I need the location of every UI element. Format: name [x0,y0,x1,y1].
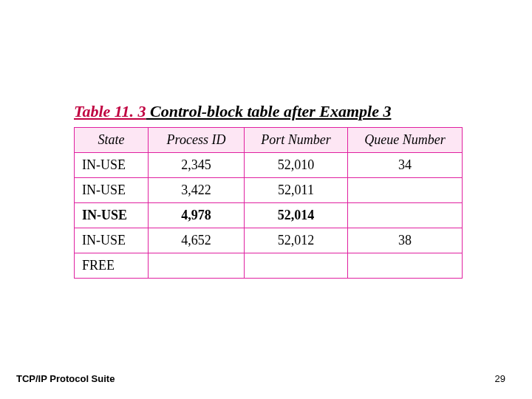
cell-state: IN-USE [75,153,149,178]
cell-port: 52,010 [245,153,348,178]
page-number: 29 [495,373,505,384]
table-row: FREE [75,253,463,279]
cell-port: 52,014 [245,203,348,228]
cell-queue: 38 [348,228,463,253]
col-pid: Process ID [149,128,245,153]
table-body: IN-USE 2,345 52,010 34 IN-USE 3,422 52,0… [75,153,463,279]
control-block-table-wrap: State Process ID Port Number Queue Numbe… [74,127,462,279]
slide: Table 11. 3 Control-block table after Ex… [0,0,532,399]
table-row: IN-USE 3,422 52,011 [75,178,463,203]
cell-state: IN-USE [75,228,149,253]
table-row: IN-USE 4,652 52,012 38 [75,228,463,253]
cell-state: FREE [75,253,149,279]
cell-port: 52,011 [245,178,348,203]
cell-pid [149,253,245,279]
cell-state: IN-USE [75,178,149,203]
cell-pid: 2,345 [149,153,245,178]
cell-queue [348,178,463,203]
table-ref: Table 11. 3 [74,102,146,120]
col-state: State [75,128,149,153]
cell-queue [348,253,463,279]
table-row: IN-USE 4,978 52,014 [75,203,463,228]
cell-port: 52,012 [245,228,348,253]
cell-pid: 4,978 [149,203,245,228]
cell-queue: 34 [348,153,463,178]
col-queue: Queue Number [348,128,463,153]
cell-port [245,253,348,279]
cell-pid: 4,652 [149,228,245,253]
table-caption: Table 11. 3 Control-block table after Ex… [74,102,391,121]
footer-title: TCP/IP Protocol Suite [16,373,115,384]
table-row: IN-USE 2,345 52,010 34 [75,153,463,178]
col-port: Port Number [245,128,348,153]
table-desc: Control-block table after Example 3 [146,102,392,120]
cell-state: IN-USE [75,203,149,228]
cell-queue [348,203,463,228]
control-block-table: State Process ID Port Number Queue Numbe… [74,127,463,279]
cell-pid: 3,422 [149,178,245,203]
table-header-row: State Process ID Port Number Queue Numbe… [75,128,463,153]
